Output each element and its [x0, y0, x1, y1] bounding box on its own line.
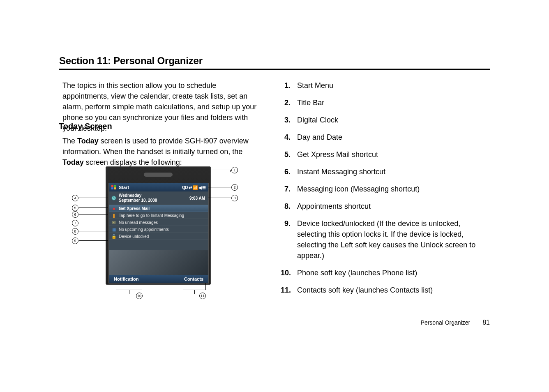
callout-5: 5	[72, 205, 78, 211]
legend-text: Start Menu	[297, 80, 490, 91]
legend-list: 1.Start Menu 2.Title Bar 3.Digital Clock…	[281, 80, 490, 302]
legend-text: Get Xpress Mail shortcut	[297, 149, 490, 160]
legend-text: Digital Clock	[297, 115, 490, 125]
titlebar-icons: QD ⇄ 📶 ◀ ☰	[182, 185, 206, 190]
callout-8: 8	[72, 228, 78, 235]
xpress-mail-icon: ■	[111, 206, 116, 211]
notification-softkey: Notification	[114, 277, 139, 281]
list-item: 11.Contacts soft key (launches Contacts …	[281, 285, 490, 295]
phone-speaker	[144, 173, 173, 177]
today-screen-figure: 1 Start QD ⇄ 📶 ◀ ☰	[72, 166, 236, 298]
legend-text: Day and Date	[297, 132, 490, 143]
section-title: Section 11: Personal Organizer	[59, 55, 203, 67]
callout-2: 2	[231, 184, 238, 191]
date-time-row: Wednesday September 10, 2008 9:03 AM	[109, 191, 208, 205]
envelope-icon: ✉	[111, 220, 116, 225]
callout-7: 7	[72, 220, 78, 226]
phone-screen: Start QD ⇄ 📶 ◀ ☰ Wednesday September 10,…	[108, 183, 209, 284]
xpress-mail-text: Get Xpress Mail	[119, 206, 150, 211]
legend-num: 8.	[281, 201, 291, 212]
xpress-mail-row: ■ Get Xpress Mail	[109, 205, 208, 212]
page-footer: Personal Organizer 81	[421, 319, 490, 326]
softkey-bar: Notification Contacts	[109, 275, 208, 283]
legend-num: 9.	[281, 218, 291, 261]
legend-num: 6.	[281, 166, 291, 177]
day-label: Wednesday	[119, 193, 157, 198]
legend-text: Contacts soft key (launches Contacts lis…	[297, 285, 490, 295]
callout-4: 4	[72, 195, 78, 201]
legend-num: 10.	[281, 267, 291, 278]
legend-text: Phone soft key (launches Phone list)	[297, 267, 490, 278]
instant-messaging-row: ❚ Tap here to go to Instant Messaging	[109, 212, 208, 219]
list-item: 2.Title Bar	[281, 97, 490, 108]
list-item: 5.Get Xpress Mail shortcut	[281, 149, 490, 160]
calendar-icon: ▦	[111, 227, 116, 232]
legend-text: Device locked/unlocked (If the device is…	[297, 218, 490, 261]
list-item: 6.Instant Messaging shortcut	[281, 166, 490, 177]
legend-num: 1.	[281, 80, 291, 91]
page-number: 81	[482, 319, 490, 326]
title-rule	[59, 69, 490, 70]
today-screen-paragraph: The Today screen is used to provide SGH-…	[62, 136, 261, 168]
list-item: 10.Phone soft key (launches Phone list)	[281, 267, 490, 278]
legend-num: 5.	[281, 149, 291, 160]
list-item: 1.Start Menu	[281, 80, 490, 91]
messages-row: ✉ No unread messages	[109, 219, 208, 226]
para-text: The	[62, 137, 77, 145]
para-bold: Today	[77, 137, 99, 145]
callout-3: 3	[231, 195, 238, 201]
device-lock-row: 🔓 Device unlocked	[109, 233, 208, 240]
digital-clock: 9:03 AM	[189, 196, 206, 201]
today-screen-heading: Today Screen	[59, 122, 112, 131]
legend-num: 7.	[281, 184, 291, 194]
para-text: screen displays the following:	[84, 158, 182, 166]
list-item: 3.Digital Clock	[281, 115, 490, 125]
legend-text: Appointments shortcut	[297, 201, 490, 212]
clock-icon	[111, 196, 116, 201]
unlock-icon: 🔓	[111, 234, 116, 239]
windows-flag-icon	[111, 185, 117, 190]
legend-text: Title Bar	[297, 97, 490, 108]
list-item: 8.Appointments shortcut	[281, 201, 490, 212]
legend-num: 4.	[281, 132, 291, 143]
title-bar: Start QD ⇄ 📶 ◀ ☰	[109, 183, 208, 191]
im-icon: ❚	[111, 213, 116, 218]
legend-text: Messaging icon (Messaging shortcut)	[297, 184, 490, 194]
im-text: Tap here to go to Instant Messaging	[119, 213, 184, 218]
list-item: 4.Day and Date	[281, 132, 490, 143]
callout-10: 10	[136, 293, 143, 299]
callout-6: 6	[72, 211, 78, 218]
callout-11: 11	[199, 293, 206, 299]
legend-text: Instant Messaging shortcut	[297, 166, 490, 177]
start-label: Start	[119, 185, 129, 190]
legend-num: 2.	[281, 97, 291, 108]
legend-num: 3.	[281, 115, 291, 125]
contacts-softkey: Contacts	[184, 277, 203, 281]
legend-num: 11.	[281, 285, 291, 295]
appointments-row: ▦ No upcoming appointments	[109, 226, 208, 233]
callout-9: 9	[72, 238, 78, 244]
background-gradient	[109, 250, 208, 275]
para-bold: Today	[62, 158, 84, 166]
footer-section-label: Personal Organizer	[421, 319, 471, 326]
appointments-text: No upcoming appointments	[119, 227, 169, 232]
list-item: 9.Device locked/unlocked (If the device …	[281, 218, 490, 261]
messages-text: No unread messages	[119, 220, 158, 225]
callout-1: 1	[231, 167, 238, 173]
list-item: 7.Messaging icon (Messaging shortcut)	[281, 184, 490, 194]
device-lock-text: Device unlocked	[119, 234, 149, 239]
phone-body: Start QD ⇄ 📶 ◀ ☰ Wednesday September 10,…	[106, 166, 211, 285]
date-label: September 10, 2008	[119, 198, 157, 203]
